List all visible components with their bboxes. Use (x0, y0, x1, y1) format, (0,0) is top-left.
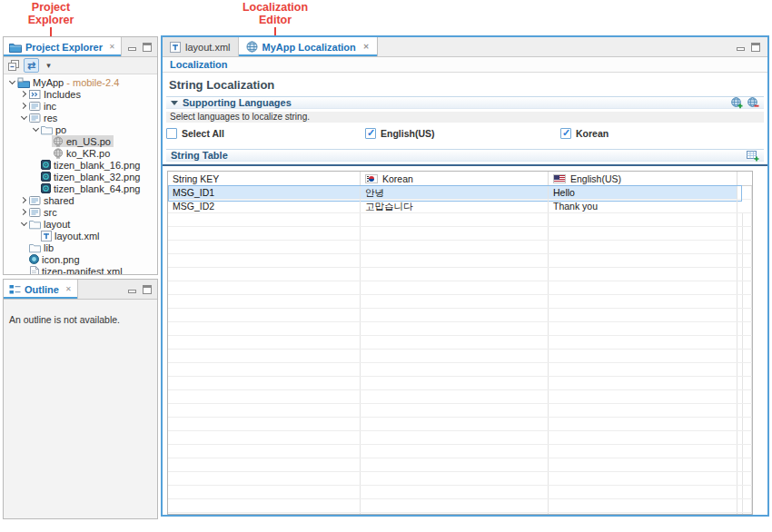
table-cell (168, 431, 361, 444)
checkbox-label: Korean (576, 128, 609, 139)
maximize-icon[interactable] (143, 43, 152, 52)
manifest-icon (29, 266, 39, 275)
tree-item[interactable]: tizen_blank_16.png (4, 159, 157, 171)
checkbox-korean[interactable]: Korean (560, 128, 609, 139)
table-row[interactable]: MSG_ID2고맙습니다Thank you (168, 200, 752, 213)
tree-item[interactable]: tizen_blank_32.png (4, 171, 157, 182)
tree-item[interactable]: tizen-manifest.xml (4, 265, 157, 274)
collapsed-arrow-icon[interactable] (19, 210, 28, 214)
table-cell (549, 363, 737, 376)
tab-project-explorer[interactable]: Project Explorer ✕ (4, 37, 122, 56)
tab-outline[interactable]: Outline ✕ (4, 280, 78, 299)
tree-item[interactable]: en_US.po (4, 135, 157, 147)
link-with-editor-icon: ⇄ (27, 61, 35, 71)
table-row[interactable] (168, 268, 752, 281)
table-cell (549, 499, 737, 512)
table-cell-filler (743, 241, 752, 253)
table-row[interactable] (168, 418, 752, 431)
view-menu-button[interactable]: ▾ (41, 58, 56, 73)
table-cell (168, 322, 361, 335)
table-row[interactable] (168, 377, 752, 390)
tree-item[interactable]: Includes (4, 88, 157, 100)
table-row[interactable] (168, 458, 752, 472)
table-row[interactable] (168, 445, 752, 458)
tree-item[interactable]: layout (4, 218, 157, 230)
checkbox-box-icon[interactable] (166, 128, 177, 139)
link-with-editor-button[interactable]: ⇄ (24, 58, 39, 73)
table-cell (361, 241, 549, 253)
table-row[interactable] (168, 404, 752, 418)
tree-item[interactable]: src (4, 206, 157, 218)
collapse-all-button[interactable] (6, 58, 22, 73)
collapsed-arrow-icon[interactable] (19, 92, 28, 96)
screenshot-root: Project Explorer Localization Editor Pro… (0, 0, 772, 532)
tree-item[interactable]: MyApp - mobile-2.4 (4, 76, 157, 88)
table-row[interactable]: MSG_ID1안녕Hello (168, 186, 752, 200)
add-string-key-icon[interactable] (747, 150, 759, 162)
tab-label: Project Explorer (25, 42, 103, 53)
table-row[interactable] (168, 241, 752, 254)
table-cell (361, 336, 549, 349)
expanded-arrow-icon[interactable] (19, 116, 28, 119)
table-row[interactable] (168, 486, 752, 499)
table-row[interactable] (168, 227, 752, 241)
add-language-icon[interactable] (731, 97, 743, 109)
remove-language-icon[interactable] (747, 97, 759, 109)
expanded-arrow-icon[interactable] (31, 128, 40, 131)
tree-item[interactable]: inc (4, 100, 157, 112)
tree-item[interactable]: tizen_blank_64.png (4, 182, 157, 194)
tree-item[interactable]: shared (4, 194, 157, 206)
table-row[interactable] (168, 390, 752, 404)
maximize-icon[interactable] (751, 43, 760, 52)
tree-item[interactable]: layout.xml (4, 230, 157, 241)
checkbox-box-icon[interactable] (365, 128, 376, 139)
table-row[interactable] (168, 336, 752, 350)
tree-item[interactable]: lib (4, 241, 157, 253)
table-row[interactable] (168, 431, 752, 445)
tree-item[interactable]: icon.png (4, 253, 157, 265)
column-header[interactable]: String KEY (168, 172, 361, 185)
table-cell-filler (743, 322, 752, 335)
column-header[interactable]: Korean (361, 172, 549, 185)
column-header[interactable]: English(US) (549, 172, 737, 185)
checkbox-select-all[interactable]: Select All (166, 128, 224, 139)
tree-item[interactable]: res (4, 112, 157, 123)
table-cell (168, 445, 361, 458)
expanded-arrow-icon[interactable] (7, 81, 16, 84)
tree-item[interactable]: ko_KR.po (4, 147, 157, 159)
annotation-localization-editor: Localization Editor (225, 2, 325, 26)
table-row[interactable] (168, 213, 752, 227)
tab-myapp-localization[interactable]: MyApp Localization ✕ (239, 37, 378, 56)
table-row[interactable] (168, 295, 752, 309)
supporting-languages-header[interactable]: Supporting Languages (166, 96, 764, 109)
minimize-icon[interactable] (737, 47, 745, 51)
tree-item[interactable]: po (4, 123, 157, 135)
table-cell (168, 458, 361, 471)
breadcrumb[interactable]: Localization (163, 57, 767, 73)
minimize-icon[interactable] (128, 47, 136, 51)
tab-layout-xml[interactable]: layout.xml (163, 37, 239, 56)
table-row[interactable] (168, 363, 752, 377)
minimize-icon[interactable] (128, 290, 136, 293)
maximize-icon[interactable] (143, 285, 152, 294)
table-row[interactable] (168, 309, 752, 322)
table-row[interactable] (168, 322, 752, 336)
table-cell: MSG_ID2 (168, 200, 361, 212)
close-icon[interactable]: ✕ (109, 44, 115, 51)
table-row[interactable] (168, 281, 752, 295)
close-icon[interactable]: ✕ (363, 44, 370, 51)
image-icon (41, 160, 51, 170)
checkbox-box-icon[interactable] (560, 128, 571, 139)
table-row[interactable] (168, 350, 752, 363)
table-row[interactable] (168, 472, 752, 486)
close-icon[interactable]: ✕ (65, 286, 72, 293)
table-row[interactable] (168, 254, 752, 268)
collapsed-arrow-icon[interactable] (19, 103, 28, 108)
section-collapse-icon[interactable] (171, 101, 178, 105)
expanded-arrow-icon[interactable] (19, 222, 28, 225)
table-row[interactable] (168, 499, 752, 513)
table-row[interactable] (168, 513, 752, 515)
checkbox-english-us-[interactable]: English(US) (365, 128, 435, 139)
collapsed-arrow-icon[interactable] (19, 198, 28, 202)
string-table-header[interactable]: String Table (166, 149, 764, 162)
